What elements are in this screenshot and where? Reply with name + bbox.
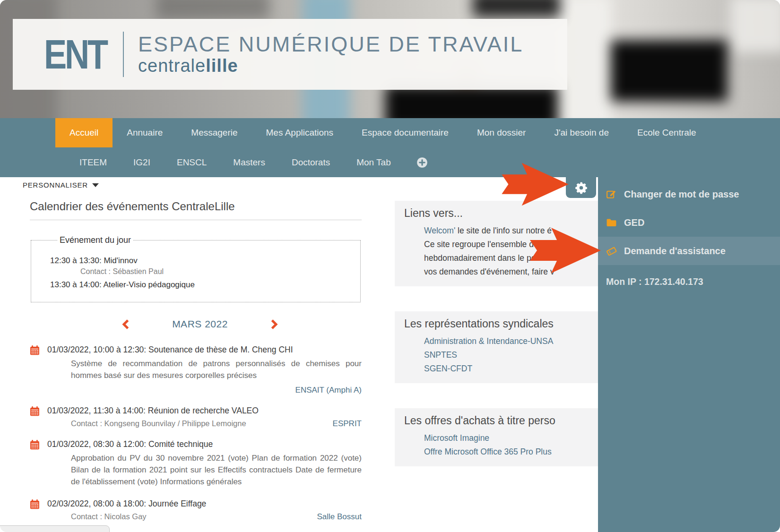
- hero-blur-shape: [473, 0, 560, 17]
- nav-tab-masters[interactable]: Masters: [220, 147, 278, 177]
- calendar-icon: [30, 345, 40, 355]
- next-month-button[interactable]: [271, 319, 278, 329]
- today-events-list: 12:30 à 13:30: Mid'innovContact : Sébast…: [50, 256, 355, 290]
- settings-gear-button[interactable]: [566, 177, 596, 198]
- event-item: 01/03/2022, 10:00 à 12:30: Soutenance de…: [30, 345, 362, 395]
- logo-brand-light: centrale: [138, 56, 206, 76]
- nav-primary-row: AccueilAnnuaireMessagerieMes Application…: [0, 118, 780, 147]
- nav-tab-messagerie[interactable]: Messagerie: [177, 118, 251, 147]
- nav-secondary-row: ITEEMIG2IENSCLMastersDoctoratsMon Tab: [0, 147, 780, 177]
- settings-menu-items: Changer de mot de passeGEDDemande d'assi…: [598, 180, 780, 265]
- nav-tab-iteem[interactable]: ITEEM: [66, 147, 120, 177]
- nav-tab-enscl[interactable]: ENSCL: [164, 147, 220, 177]
- administration-intendance-unsa-link[interactable]: Administration & Intendance-UNSA: [424, 336, 553, 346]
- event-title: 02/03/2022, 08:00 à 18:00: Journée Eiffa…: [47, 499, 362, 509]
- events-list: 01/03/2022, 10:00 à 12:30: Soutenance de…: [30, 345, 362, 522]
- event-title: 01/03/2022, 11:30 à 14:00: Réunion de re…: [47, 406, 362, 416]
- hero-monitor-shape: [611, 40, 728, 102]
- pencil-square-icon: [606, 189, 617, 200]
- chevron-down-icon: [92, 183, 99, 187]
- snptes-link[interactable]: SNPTES: [424, 350, 457, 360]
- today-event-title: 13:30 à 14:00: Atelier-Visio pédagogique: [50, 280, 355, 290]
- event-location-link[interactable]: ESPRIT: [333, 419, 362, 429]
- folder-icon: [606, 217, 617, 228]
- nav-tab-j-ai-besoin-de[interactable]: J'ai besoin de: [540, 118, 623, 147]
- nav-tab-mon-dossier[interactable]: Mon dossier: [463, 118, 540, 147]
- nav-tab-ig2i[interactable]: IG2I: [120, 147, 164, 177]
- calendar-icon: [30, 499, 40, 509]
- settings-item-label: Changer de mot de passe: [624, 189, 739, 200]
- settings-item-label: Demande d'assistance: [624, 246, 726, 257]
- event-title: 01/03/2022, 10:00 à 12:30: Soutenance de…: [47, 345, 362, 355]
- event-item: 01/03/2022, 11:30 à 14:00: Réunion de re…: [30, 406, 362, 429]
- hero-blur-shape: [156, 0, 269, 20]
- event-description: Système de recommandation de patrons per…: [47, 358, 362, 382]
- nav-tab-espace-documentaire[interactable]: Espace documentaire: [347, 118, 463, 147]
- month-label: MARS 2022: [172, 318, 228, 330]
- calendar-title: Calendrier des événements CentraleLille: [30, 200, 362, 220]
- nav-tab-ecole-centrale[interactable]: Ecole Centrale: [623, 118, 711, 147]
- links-card-intro-text: le site de l'info sur notre é: [455, 226, 552, 235]
- offre-microsoft-office-365-pro-plus-link[interactable]: Offre Microsoft Office 365 Pro Plus: [424, 447, 552, 456]
- hero-blur-shape: [385, 85, 558, 118]
- month-navigator: MARS 2022: [122, 318, 278, 330]
- today-event-title: 12:30 à 13:30: Mid'innov: [50, 256, 355, 266]
- nav-tab-mon-tab[interactable]: Mon Tab: [343, 147, 404, 177]
- status-tooltip-stub: [0, 525, 110, 532]
- today-events-legend: Evénement du jour: [58, 235, 133, 245]
- nav-tab-mes-applications[interactable]: Mes Applications: [252, 118, 348, 147]
- microsoft-imagine-link[interactable]: Microsoft Imagine: [424, 433, 489, 443]
- event-item: 02/03/2022, 08:00 à 18:00: Journée Eiffa…: [30, 499, 362, 522]
- today-event-contact: Contact : Sébastien Paul: [50, 267, 355, 276]
- event-description: Approbation du PV du 30 novembre 2021 (v…: [47, 453, 362, 488]
- calendar-icon: [30, 440, 40, 450]
- ent-portal-window: ENT ESPACE NUMÉRIQUE DE TRAVAIL centrale…: [0, 0, 780, 532]
- logo-title: ESPACE NUMÉRIQUE DE TRAVAIL: [138, 33, 523, 56]
- previous-month-button[interactable]: [122, 319, 129, 329]
- event-contact: Contact : Kongseng Bounvilay / Philippe …: [71, 419, 246, 429]
- nav-tab-doctorats[interactable]: Doctorats: [278, 147, 343, 177]
- logo-acronym: ENT: [44, 34, 106, 75]
- logo-divider: [123, 32, 124, 77]
- logo-brand: centralelille: [138, 56, 523, 76]
- hero-blur-shape: [730, 0, 780, 52]
- calendar-icon: [30, 406, 40, 416]
- nav-tab-annuaire[interactable]: Annuaire: [113, 118, 177, 147]
- settings-item-changer-de-mot-de-passe[interactable]: Changer de mot de passe: [598, 180, 780, 208]
- calendar-section: Calendrier des événements CentraleLille …: [30, 200, 362, 532]
- event-contact: Contact : Nicolas Gay: [71, 512, 147, 522]
- ticket-icon: [606, 246, 617, 257]
- my-ip-label: Mon IP : 172.31.40.173: [598, 276, 780, 287]
- event-location-link[interactable]: Salle Bossut: [317, 512, 362, 522]
- settings-item-label: GED: [624, 217, 644, 228]
- nav-tab-accueil[interactable]: Accueil: [55, 118, 113, 147]
- main-navbar: AccueilAnnuaireMessagerieMes Application…: [0, 118, 780, 177]
- add-tab-icon[interactable]: [416, 157, 428, 168]
- personalize-label: PERSONNALISER: [23, 181, 88, 189]
- logo-banner: ENT ESPACE NUMÉRIQUE DE TRAVAIL centrale…: [13, 19, 567, 90]
- settings-dropdown-panel: Changer de mot de passeGEDDemande d'assi…: [598, 177, 780, 532]
- logo-text-block: ESPACE NUMÉRIQUE DE TRAVAIL centralelill…: [138, 33, 523, 76]
- event-title: 01/03/2022, 08:30 à 12:00: Comité techni…: [47, 439, 362, 449]
- sgen-cfdt-link[interactable]: SGEN-CFDT: [424, 364, 472, 373]
- today-events-box: Evénement du jour 12:30 à 13:30: Mid'inn…: [31, 235, 361, 302]
- settings-item-demande-d-assistance[interactable]: Demande d'assistance: [598, 237, 780, 265]
- welcom-link[interactable]: Welcom': [424, 226, 455, 235]
- personalize-dropdown[interactable]: PERSONNALISER: [23, 181, 99, 189]
- event-item: 01/03/2022, 08:30 à 12:00: Comité techni…: [30, 439, 362, 488]
- settings-item-ged[interactable]: GED: [598, 208, 780, 237]
- logo-brand-bold: lille: [206, 56, 238, 76]
- event-location-link[interactable]: ENSAIT (Amphi A): [47, 386, 362, 395]
